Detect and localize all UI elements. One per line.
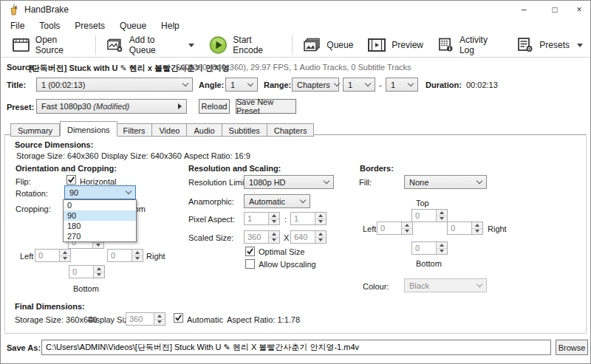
- spin-down-button[interactable]: [93, 243, 103, 249]
- crop-left-spinner[interactable]: 0: [35, 249, 71, 262]
- rotation-value: 90: [69, 188, 78, 197]
- menu-tools[interactable]: Tools: [32, 19, 67, 32]
- anamorphic-select[interactable]: Automatic: [244, 194, 310, 208]
- chevron-down-icon[interactable]: [577, 44, 583, 47]
- final-display-size-spinner: 360: [126, 312, 165, 326]
- triangle-down-icon: [135, 257, 140, 260]
- spin-up-button[interactable]: [94, 266, 104, 272]
- range-from-select[interactable]: 1: [343, 78, 375, 92]
- tab-filters[interactable]: Filters: [117, 123, 153, 137]
- preset-label: Preset:: [7, 103, 34, 111]
- colour-value: Black: [409, 281, 429, 290]
- minimize-button[interactable]: –: [511, 1, 536, 18]
- rotation-option-0[interactable]: 0: [64, 200, 136, 210]
- duration-value: 00:02:13: [466, 80, 498, 89]
- save-as-input[interactable]: [41, 340, 551, 355]
- spin-down-button[interactable]: [60, 256, 70, 262]
- check-icon: [67, 176, 75, 184]
- triangle-down-icon: [97, 273, 101, 276]
- tab-chapters[interactable]: Chapters: [267, 123, 315, 137]
- preset-select[interactable]: Fast 1080p30 (Modified): [36, 99, 187, 114]
- menu-presets[interactable]: Presets: [67, 19, 112, 32]
- spin-down-button[interactable]: [94, 272, 104, 278]
- triangle-up-icon: [63, 251, 67, 254]
- flip-horizontal-checkbox[interactable]: [66, 175, 76, 185]
- open-source-label: Open Source: [35, 35, 85, 55]
- maximize-button[interactable]: □: [542, 1, 567, 18]
- rotation-option-270[interactable]: 270: [64, 231, 136, 241]
- border-bottom-spinner: 0: [411, 241, 448, 255]
- crop-right-spinner[interactable]: 0: [107, 249, 143, 262]
- presets-button[interactable]: Presets: [510, 35, 590, 55]
- activity-log-button[interactable]: Activity Log: [431, 32, 510, 58]
- chevron-down-icon: [247, 80, 253, 86]
- check-icon: [246, 247, 254, 255]
- tab-video[interactable]: Video: [152, 123, 187, 137]
- crop-bottom-spinner[interactable]: 0: [69, 265, 105, 278]
- reload-button[interactable]: Reload: [199, 99, 230, 114]
- anamorphic-label: Anamorphic:: [188, 197, 234, 206]
- triangle-up-icon: [135, 251, 140, 254]
- menu-file[interactable]: File: [3, 19, 32, 32]
- triangle-down-icon: [475, 230, 479, 233]
- source-storage-size: Storage Size: 640x360: [16, 151, 98, 160]
- optimal-size-checkbox[interactable]: [245, 247, 255, 256]
- spin-up-button[interactable]: [60, 250, 70, 256]
- queue-button[interactable]: Queue: [296, 35, 361, 55]
- triangle-up-icon: [318, 214, 323, 217]
- film-clapper-icon: [13, 38, 30, 52]
- chevron-down-icon[interactable]: [188, 44, 194, 47]
- tab-dimensions[interactable]: Dimensions: [60, 121, 117, 137]
- spin-down-button[interactable]: [132, 256, 143, 262]
- scaled-size-label: Scaled Size:: [188, 233, 233, 242]
- add-to-queue-button[interactable]: Add to Queue: [99, 32, 202, 58]
- spin-up-button: [315, 213, 326, 219]
- triangle-down-icon: [157, 320, 162, 323]
- spin-up-button[interactable]: [132, 250, 143, 256]
- resolution-limit-select[interactable]: 1080p HD: [244, 175, 334, 189]
- save-new-preset-button[interactable]: Save New Preset: [236, 99, 296, 114]
- tab-summary[interactable]: Summary: [10, 123, 60, 137]
- border-top-spinner: 0: [411, 209, 448, 222]
- toolbar-separator: [292, 35, 293, 55]
- border-left-spinner: 0: [377, 222, 413, 235]
- preview-button[interactable]: Preview: [361, 35, 431, 55]
- spin-down-button: [402, 229, 412, 235]
- allow-upscaling-label: Allow Upscaling: [259, 260, 316, 269]
- tab-subtitles[interactable]: Subtitles: [222, 123, 267, 137]
- triangle-up-icon: [440, 244, 444, 247]
- triangle-up-icon: [475, 224, 479, 227]
- pixel-aspect-w-spinner: 1: [244, 212, 280, 225]
- fill-select[interactable]: None: [404, 175, 487, 189]
- rotation-option-90[interactable]: 90: [64, 210, 136, 221]
- title-select[interactable]: 1 (00:02:13): [36, 78, 193, 92]
- menu-queue[interactable]: Queue: [112, 19, 154, 32]
- title-label: Title:: [7, 80, 26, 89]
- menu-help[interactable]: Help: [154, 19, 187, 32]
- allow-upscaling-checkbox[interactable]: [245, 259, 255, 269]
- presets-label: Presets: [539, 40, 570, 50]
- spin-down-button: [472, 229, 482, 235]
- angle-select[interactable]: 1: [225, 78, 258, 92]
- automatic-label: Automatic: [187, 315, 223, 324]
- start-encode-button[interactable]: Start Encode: [202, 32, 290, 58]
- log-document-icon: [438, 38, 454, 52]
- triangle-up-icon: [157, 315, 162, 317]
- spin-down-button: [437, 249, 447, 255]
- resolution-limit-value: 1080p HD: [249, 178, 286, 187]
- range-type-select[interactable]: Chapters: [292, 78, 339, 92]
- browse-button[interactable]: Browse: [556, 340, 588, 355]
- chevron-down-icon: [300, 197, 306, 203]
- tab-audio[interactable]: Audio: [187, 123, 222, 137]
- chevron-down-icon: [333, 80, 339, 86]
- automatic-checkbox[interactable]: [174, 313, 183, 323]
- cropping-label: Cropping:: [16, 205, 51, 213]
- open-source-button[interactable]: Open Source: [5, 32, 92, 58]
- border-left-label: Left: [363, 224, 376, 233]
- range-to-select[interactable]: 1: [386, 78, 418, 92]
- add-photo-stack-icon: [106, 38, 123, 52]
- close-button[interactable]: ×: [567, 1, 591, 18]
- rotation-select[interactable]: 90: [64, 185, 136, 199]
- angle-select-value: 1: [230, 80, 235, 89]
- rotation-option-180[interactable]: 180: [64, 221, 136, 231]
